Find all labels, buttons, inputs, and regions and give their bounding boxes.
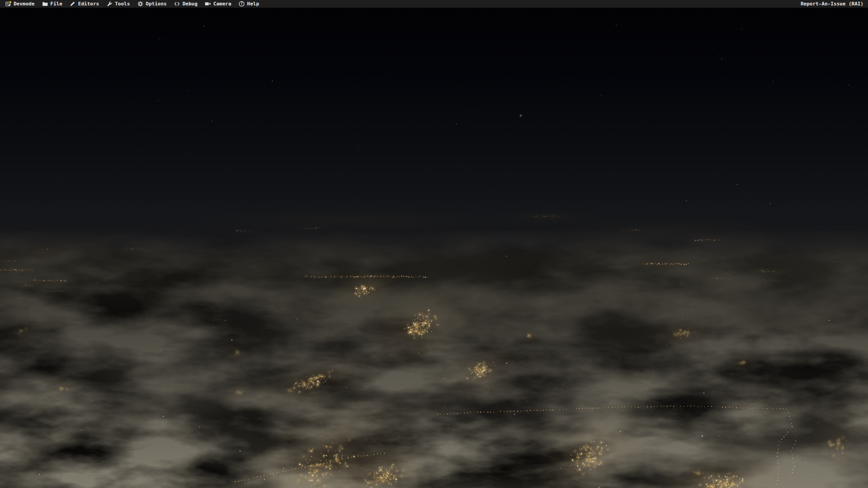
- folder-icon: [42, 1, 48, 7]
- menu-item-label: Devmode: [14, 0, 34, 8]
- menu-item-help[interactable]: ?Help: [235, 0, 263, 8]
- pencil-icon: [70, 1, 76, 7]
- terrain-mottle-texture: [0, 0, 868, 488]
- report-an-issue-button[interactable]: Report-An-Issue (RAI): [801, 1, 863, 7]
- menu-item-options[interactable]: Options: [133, 0, 170, 8]
- code-icon: [174, 1, 180, 7]
- devmode-icon: [5, 1, 11, 7]
- camera-icon: [205, 1, 211, 7]
- menu-item-label: Help: [247, 0, 259, 8]
- menu-item-label: Options: [146, 0, 166, 8]
- help-icon: ?: [239, 1, 245, 7]
- menu-item-label: Debug: [183, 0, 198, 8]
- menu-item-tools[interactable]: Tools: [103, 0, 133, 8]
- menu-item-devmode[interactable]: Devmode: [1, 0, 38, 8]
- devmode-menu-bar: DevmodeFileEditorsToolsOptionsDebugCamer…: [0, 0, 868, 8]
- menu-item-label: Editors: [78, 0, 99, 8]
- menu-items: DevmodeFileEditorsToolsOptionsDebugCamer…: [1, 0, 263, 8]
- menu-item-file[interactable]: File: [38, 0, 66, 8]
- menu-item-editors[interactable]: Editors: [66, 0, 103, 8]
- menu-item-label: File: [50, 0, 62, 8]
- menu-item-debug[interactable]: Debug: [170, 0, 201, 8]
- gear-icon: [137, 1, 143, 7]
- scene-viewport[interactable]: [0, 0, 868, 488]
- menu-item-label: Tools: [115, 0, 130, 8]
- app-window: DevmodeFileEditorsToolsOptionsDebugCamer…: [0, 0, 868, 488]
- menu-item-label: Camera: [213, 0, 231, 8]
- svg-text:?: ?: [241, 1, 243, 6]
- menu-item-camera[interactable]: Camera: [201, 0, 235, 8]
- wrench-icon: [106, 1, 113, 7]
